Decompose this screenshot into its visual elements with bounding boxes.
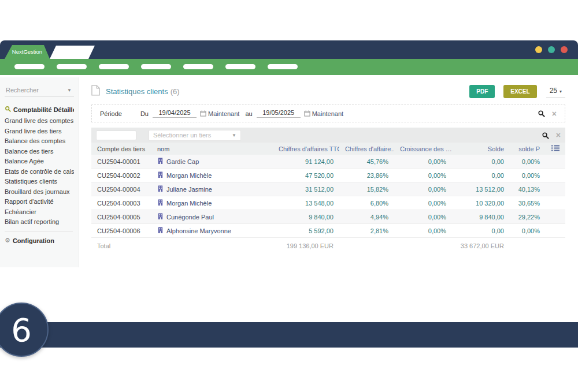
slide-number: 6 [11,311,32,349]
table-header-row: Compte des tiers nom Chiffres d'affaires… [91,143,565,155]
nav-pill[interactable] [57,64,87,69]
nav-pill[interactable] [225,64,255,69]
chevron-down-icon: ▾ [560,89,562,94]
calendar-icon[interactable] [200,110,206,117]
main-panel: Statistiques clients (6) PDF EXCEL 25▾ P… [79,77,578,267]
cell-croissance: 0,00% [394,158,452,165]
sidebar-item[interactable]: Statistiques clients [5,178,74,185]
cell-ca-ttc: 13 548,00 [273,200,339,207]
screenshot-stage: NextGestion Rechercher ▼ Comptabilité Dé… [0,0,578,392]
cell-compte: CU2504-00005 [91,214,151,221]
cell-croissance: 0,00% [394,172,452,179]
header-solde[interactable]: Solde [452,145,510,152]
header-ca-ttc[interactable]: Chiffres d'affaires TTC▲ [273,145,339,152]
magnifier-icon [5,106,11,113]
now-link-from[interactable]: Maintenant [208,110,239,117]
header-compte[interactable]: Compte des tiers [91,145,151,152]
sidebar-item[interactable]: Balance des comptes [5,138,74,144]
excel-export-button[interactable]: EXCEL [503,85,536,98]
cell-compte: CU2504-00001 [91,158,151,165]
clear-filter-icon[interactable]: × [552,110,557,118]
sidebar-item[interactable]: Grand livre des comptes [5,118,74,124]
pdf-export-button[interactable]: PDF [469,85,495,98]
column-selector-icon[interactable] [546,145,565,152]
cell-nom[interactable]: Cunégonde Paul [151,213,273,221]
chevron-down-icon: ▼ [232,133,236,138]
sidebar-item-configuration[interactable]: ⚙ Configuration [5,237,74,244]
sidebar-item[interactable]: Echéancier [5,209,74,215]
window-maximize-dot[interactable] [548,46,555,53]
cell-solde-p: 0,00% [510,172,546,179]
sidebar-search-select[interactable]: Rechercher ▼ [5,85,74,96]
search-icon[interactable] [542,132,549,139]
window-minimize-dot[interactable] [535,46,542,53]
sidebar-section-title[interactable]: Comptabilité Détaillé… [5,106,74,113]
sidebar-item[interactable]: Brouillard des journaux [5,189,74,195]
sidebar-item[interactable]: Bilan actif reporting [5,219,74,225]
sidebar-item[interactable]: Balance des tiers [5,148,74,155]
titlebar-tab-placeholder [50,46,95,59]
client-name: Cunégonde Paul [166,214,214,221]
header-ca-pct[interactable]: Chiffres d'affaire… [339,145,394,152]
window-close-dot[interactable] [561,46,568,53]
cell-compte: CU2504-00003 [91,200,151,207]
cell-ca-ttc: 5 592,00 [273,227,339,234]
table-row[interactable]: CU2504-00004 Juliane Jasmine 31 512,00 1… [91,182,565,196]
sidebar-item[interactable]: États de contrôle de caisse [5,169,74,175]
nav-pill[interactable] [99,64,129,69]
client-name: Gardie Cap [166,158,199,165]
cell-solde: 10 320,00 [452,200,510,207]
total-ca-ttc: 199 136,00 EUR [273,242,339,249]
calendar-icon[interactable] [304,110,310,117]
client-name: Morgan Michèle [166,172,212,179]
now-link-to[interactable]: Maintenant [312,110,343,117]
table-row[interactable]: CU2504-00006 Alphonsine Maryvonne 5 592,… [91,224,565,238]
nav-pill[interactable] [14,64,45,69]
cell-nom[interactable]: Morgan Michèle [151,199,273,207]
table-row[interactable]: CU2504-00005 Cunégonde Paul 9 840,00 4,9… [91,210,565,224]
table-row[interactable]: CU2504-00003 Morgan Michèle 13 548,00 6,… [91,196,565,210]
slide-number-badge: 6 [0,303,49,357]
cell-solde-p: 29,22% [510,214,546,221]
account-filter-input[interactable] [96,130,136,140]
cell-compte: CU2504-00004 [91,186,151,193]
header-solde-p[interactable]: solde P [510,145,546,152]
cell-ca-pct: 6,80% [339,200,394,207]
nav-pill[interactable] [268,64,298,69]
sidebar-item[interactable]: Grand livre des tiers [5,128,74,135]
cell-nom[interactable]: Alphonsine Maryvonne [151,227,273,234]
search-icon[interactable] [538,110,545,117]
header-croissance[interactable]: Croissance des … [394,145,452,152]
table-row[interactable]: CU2504-00001 Gardie Cap 91 124,00 45,76%… [91,155,565,169]
document-icon [91,85,100,98]
sidebar-item[interactable]: Balance Agée [5,158,74,165]
brand-tab[interactable]: NextGestion [5,45,50,59]
cell-nom[interactable]: Morgan Michèle [151,171,273,179]
cell-solde: 0,00 [452,227,510,234]
cell-solde-p: 0,00% [510,227,546,234]
cell-ca-ttc: 9 840,00 [273,214,339,221]
clear-filter-icon[interactable]: × [556,131,561,139]
cell-ca-ttc: 31 512,00 [273,186,339,193]
page-size-select[interactable]: 25▾ [546,85,565,98]
clients-table: Sélectionner un tiers ▼ × Compte des tie… [91,128,565,254]
sidebar-item[interactable]: Rapport d'activité [5,199,74,205]
date-to-input[interactable]: 19/05/2025 [257,109,301,118]
bottom-bar [0,322,578,348]
sidebar-section-label: Comptabilité Détaillé… [13,106,74,113]
cell-nom[interactable]: Gardie Cap [151,158,273,165]
tiers-select[interactable]: Sélectionner un tiers ▼ [149,130,241,141]
nav-pill[interactable] [141,64,171,69]
nav-pill[interactable] [183,64,213,69]
building-icon [157,199,164,207]
table-row[interactable]: CU2504-00002 Morgan Michèle 47 520,00 23… [91,169,565,182]
sidebar-divider [5,231,73,232]
cell-croissance: 0,00% [394,214,452,221]
header-nom[interactable]: nom [151,145,273,152]
cell-nom[interactable]: Juliane Jasmine [151,185,273,193]
from-label: Du [140,110,149,117]
date-from-input[interactable]: 19/04/2025 [153,109,197,118]
page-size-value: 25 [550,87,557,95]
titlebar: NextGestion [0,40,578,59]
client-name: Morgan Michèle [166,200,212,207]
